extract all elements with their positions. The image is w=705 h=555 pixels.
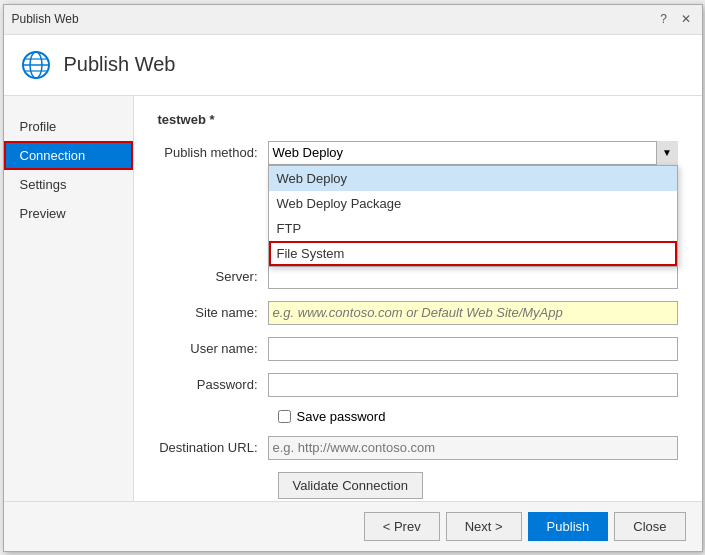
save-password-row: Save password [158,409,678,424]
prev-button[interactable]: < Prev [364,512,440,541]
server-row: Server: [158,265,678,289]
site-name-label: Site name: [158,305,268,320]
sidebar-item-profile[interactable]: Profile [4,112,133,141]
publish-method-select-wrapper: Web Deploy ▼ Web Deploy Web Deploy Packa… [268,141,678,165]
password-row: Password: [158,373,678,397]
username-label: User name: [158,341,268,356]
dropdown-item-file-system[interactable]: File System [269,241,677,266]
password-input[interactable] [268,373,678,397]
sidebar-item-preview[interactable]: Preview [4,199,133,228]
validate-connection-button[interactable]: Validate Connection [278,472,423,499]
main-content: testweb * Publish method: Web Deploy ▼ W… [134,96,702,501]
save-password-label: Save password [297,409,386,424]
username-input[interactable] [268,337,678,361]
dialog-footer: < Prev Next > Publish Close [4,501,702,551]
destination-url-label: Destination URL: [158,440,268,455]
sidebar: Profile Connection Settings Preview [4,96,134,501]
dropdown-item-ftp[interactable]: FTP [269,216,677,241]
sidebar-item-settings[interactable]: Settings [4,170,133,199]
validate-connection-area: Validate Connection [158,472,678,499]
profile-name: testweb * [158,112,678,127]
password-label: Password: [158,377,268,392]
title-bar-controls: ? ✕ [656,11,694,27]
dropdown-item-web-deploy[interactable]: Web Deploy [269,166,677,191]
publish-method-label: Publish method: [158,145,268,160]
server-input[interactable] [268,265,678,289]
destination-url-row: Destination URL: [158,436,678,460]
help-button[interactable]: ? [656,11,672,27]
dialog-title-bar-label: Publish Web [12,12,79,26]
publish-method-row: Publish method: Web Deploy ▼ Web Deploy … [158,141,678,165]
publish-method-select[interactable]: Web Deploy [268,141,678,165]
publish-button[interactable]: Publish [528,512,609,541]
server-label: Server: [158,269,268,284]
dialog-main-title: Publish Web [64,53,176,76]
site-name-row: Site name: [158,301,678,325]
publish-web-dialog: Publish Web ? ✕ Publish Web Profile Conn… [3,4,703,552]
username-row: User name: [158,337,678,361]
sidebar-item-connection[interactable]: Connection [4,141,133,170]
close-titlebar-button[interactable]: ✕ [678,11,694,27]
title-bar: Publish Web ? ✕ [4,5,702,35]
globe-icon [20,49,52,81]
dialog-body: Profile Connection Settings Preview test… [4,96,702,501]
next-button[interactable]: Next > [446,512,522,541]
dialog-header: Publish Web [4,35,702,96]
destination-url-input[interactable] [268,436,678,460]
site-name-input[interactable] [268,301,678,325]
close-button[interactable]: Close [614,512,685,541]
publish-method-dropdown: Web Deploy Web Deploy Package FTP File S… [268,165,678,267]
save-password-checkbox[interactable] [278,410,291,423]
dropdown-item-web-deploy-package[interactable]: Web Deploy Package [269,191,677,216]
